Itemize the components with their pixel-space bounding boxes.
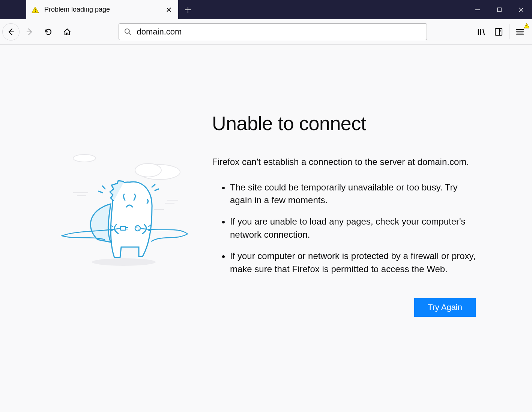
menu-warning-badge-icon <box>524 23 530 29</box>
search-icon <box>124 28 132 36</box>
warning-favicon-icon <box>32 6 39 13</box>
back-button[interactable] <box>2 23 20 40</box>
new-tab-button[interactable] <box>178 0 197 19</box>
active-tab[interactable]: Problem loading page <box>26 0 178 19</box>
svg-line-39 <box>102 186 105 189</box>
error-illustration <box>54 112 197 317</box>
svg-point-28 <box>73 154 96 162</box>
tabstrip-spacer <box>0 0 26 19</box>
url-input[interactable] <box>137 27 421 37</box>
button-row: Try Again <box>212 298 476 317</box>
error-suggestion-item: If you are unable to load any pages, che… <box>230 215 476 241</box>
error-suggestion-item: If your computer or network is protected… <box>230 250 476 276</box>
error-suggestion-item: The site could be temporarily unavailabl… <box>230 181 476 207</box>
svg-line-14 <box>129 33 131 35</box>
forward-button[interactable] <box>21 23 38 40</box>
window-controls <box>467 0 532 19</box>
svg-line-38 <box>155 189 159 190</box>
tab-title: Problem loading page <box>44 6 159 13</box>
svg-rect-27 <box>526 27 527 27</box>
reload-button[interactable] <box>40 23 57 40</box>
error-page-content: Unable to connect Firefox can't establis… <box>0 45 532 317</box>
try-again-button[interactable]: Try Again <box>414 298 476 317</box>
svg-rect-8 <box>497 8 501 12</box>
tab-strip: Problem loading page <box>0 0 532 19</box>
sidebar-button[interactable] <box>490 24 507 40</box>
svg-point-44 <box>135 226 140 231</box>
menu-button[interactable] <box>512 24 528 40</box>
svg-rect-2 <box>35 11 36 12</box>
library-button[interactable] <box>473 24 490 40</box>
svg-point-45 <box>137 227 138 228</box>
url-bar[interactable] <box>119 23 427 40</box>
window-close-button[interactable] <box>510 0 532 19</box>
urlbar-container <box>77 23 468 40</box>
navigation-toolbar <box>0 19 532 45</box>
svg-rect-1 <box>35 9 36 10</box>
svg-line-37 <box>152 184 155 187</box>
error-suggestion-list: The site could be temporarily unavailabl… <box>212 181 476 276</box>
svg-point-36 <box>92 258 156 266</box>
svg-point-30 <box>135 163 161 177</box>
svg-line-17 <box>483 29 484 35</box>
window-maximize-button[interactable] <box>488 0 510 19</box>
svg-line-40 <box>99 191 102 193</box>
home-button[interactable] <box>59 23 76 40</box>
toolbar-separator <box>509 24 509 39</box>
error-text-column: Unable to connect Firefox can't establis… <box>212 112 476 317</box>
error-title: Unable to connect <box>212 112 476 135</box>
tab-close-button[interactable] <box>165 6 173 14</box>
svg-rect-41 <box>120 226 126 230</box>
svg-point-13 <box>125 29 129 33</box>
error-description: Firefox can't establish a connection to … <box>212 156 476 168</box>
svg-rect-26 <box>526 25 527 26</box>
svg-point-46 <box>138 229 140 230</box>
toolbar-right <box>469 24 528 40</box>
window-minimize-button[interactable] <box>467 0 488 19</box>
